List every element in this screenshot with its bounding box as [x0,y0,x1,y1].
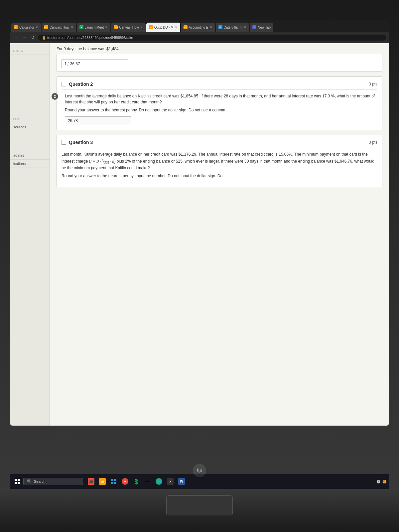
taskbar-search-box[interactable]: 🔍 Search [23,478,83,485]
search-label: Search [34,479,46,483]
lock-icon: 🔒 [42,36,46,40]
q3-header: Question 3 3 pts [62,140,377,148]
screen-area: C Calculator ✕ CAN Canvas: How ✕ ● Launc… [10,20,389,426]
q3-body: Last month, Kaitlin's average daily bala… [62,151,377,179]
q3-pts: 3 pts [369,140,377,145]
forward-button[interactable]: → [21,35,28,41]
browser-window: C Calculator ✕ CAN Canvas: How ✕ ● Launc… [10,20,389,426]
tab-close-calculator[interactable]: ✕ [36,26,38,29]
tab-close-canvas1[interactable]: ✕ [71,26,73,29]
address-bar[interactable]: 🔒 tructure.com/courses/2438849/quizzes/8… [38,35,386,41]
tab-favicon-canvas2: CAN [114,25,118,29]
question-3-container: Question 3 3 pts Last month, Kaitlin's a… [57,135,382,187]
tab-bar: C Calculator ✕ CAN Canvas: How ✕ ● Launc… [10,20,389,32]
tab-close-meet[interactable]: ✕ [105,26,108,29]
reload-button[interactable]: ↺ [30,35,36,41]
tab-favicon-meet: ● [79,25,83,29]
q1-context: For 9 days the balance was $1,484 [57,47,382,51]
tab-favicon-newtab: 🌐 [252,25,256,29]
taskbar-icon-2[interactable]: 📁 [98,477,107,486]
tab-favicon-calculator: C [14,25,18,29]
q2-badge: 2 [52,93,58,100]
main-quiz-area: For 9 days the balance was $1,484 Questi… [50,43,389,426]
app-icon-7: 🌐 [156,478,162,485]
search-icon: 🔍 [27,479,32,484]
taskbar-icon-x[interactable]: ✕ [166,477,175,486]
hp-logo: hp [193,464,206,477]
q2-checkbox[interactable] [62,82,66,86]
taskbar-icon-3[interactable] [109,477,118,486]
time-display: 🕐 [376,480,380,483]
taskbar-icon-7[interactable]: 🌐 [154,477,164,486]
app-icon-1: 🎥 [88,478,94,485]
app-icon-4: ✦ [122,478,128,485]
sidebar-item-ents[interactable]: ents [10,115,50,123]
taskbar-icon-4[interactable]: ✦ [120,477,130,486]
app-icon-2: 📁 [99,478,106,485]
tab-favicon-accounting: ACC [184,25,188,29]
q2-title: Question 2 [62,81,93,87]
back-button[interactable]: ← [13,35,19,41]
tab-close-accounting[interactable]: ✕ [210,26,212,29]
taskbar-icon-w[interactable]: W [177,477,186,486]
taskbar-icon-5[interactable]: 💲 [132,477,141,486]
q3-checkbox[interactable] [62,140,66,145]
touchpad[interactable] [166,495,233,515]
q1-answer-container [57,54,382,72]
tab-quiz[interactable]: Q Quiz: DO · M ✕ [146,23,180,32]
app-icon-x: ✕ [167,478,174,485]
tab-favicon-caterpillar: W [218,25,222,29]
tab-close-quiz[interactable]: ✕ [175,26,178,29]
q1-answer-input[interactable] [62,60,128,68]
taskbar-icon-1[interactable]: 🎥 [86,477,96,486]
sidebar-item-sources[interactable]: sources [10,123,50,131]
hp-logo-area: hp [193,464,206,477]
question-2-container: Question 2 3 pts 2 [57,76,382,130]
laptop-outer: C Calculator ✕ CAN Canvas: How ✕ ● Launc… [0,0,399,532]
windows-logo-icon [15,479,20,484]
app-icon-word: W [178,478,185,485]
tab-calculator[interactable]: C Calculator ✕ [11,23,41,32]
start-button[interactable] [13,477,22,486]
q2-pts: 3 pts [369,82,377,86]
grid-icon [111,479,116,484]
address-bar-row: ← → ↺ 🔒 tructure.com/courses/2438849/qui… [10,32,389,43]
q2-answer-input[interactable] [65,116,131,125]
sidebar-item-adates[interactable]: adates [10,151,50,160]
tab-favicon-canvas1: CAN [44,25,48,29]
laptop-bottom [0,489,399,532]
q2-header: Question 2 3 pts [62,81,377,90]
dollar-icon: 💲 [133,478,140,485]
sidebar-item-ments[interactable]: ments [10,47,50,55]
network-icon: 📶 [382,480,386,483]
tab-new-tab[interactable]: 🌐 New Tab [250,23,273,32]
q2-body: Last month the average daily balance on … [65,93,377,113]
taskbar-pinned-apps: 🎥 📁 ✦ 💲 — 🌐 ✕ [86,477,186,486]
dash-icon: — [145,478,150,484]
sidebar: ments ents sources adates ications [10,43,50,426]
tab-launch-meet[interactable]: ● Launch Meet ✕ [77,23,111,32]
tab-canvas-how1[interactable]: CAN Canvas: How ✕ [42,23,76,32]
tab-close-canvas2[interactable]: ✕ [140,26,143,29]
tab-close-caterpillar[interactable]: ✕ [244,26,246,29]
sidebar-item-ications[interactable]: ications [10,160,50,168]
tab-favicon-quiz: Q [149,25,153,29]
tab-canvas-how2[interactable]: CAN Canvas: How ✕ [111,23,145,32]
tab-accounting[interactable]: ACC Accounting E ✕ [181,23,215,32]
tab-caterpillar[interactable]: W Caterpillar In ✕ [216,23,249,32]
page-content: ments ents sources adates ications [10,43,389,426]
system-tray: 🕐 📶 [376,480,386,483]
q3-title: Question 3 [62,140,93,145]
taskbar-icon-6[interactable]: — [143,477,152,486]
